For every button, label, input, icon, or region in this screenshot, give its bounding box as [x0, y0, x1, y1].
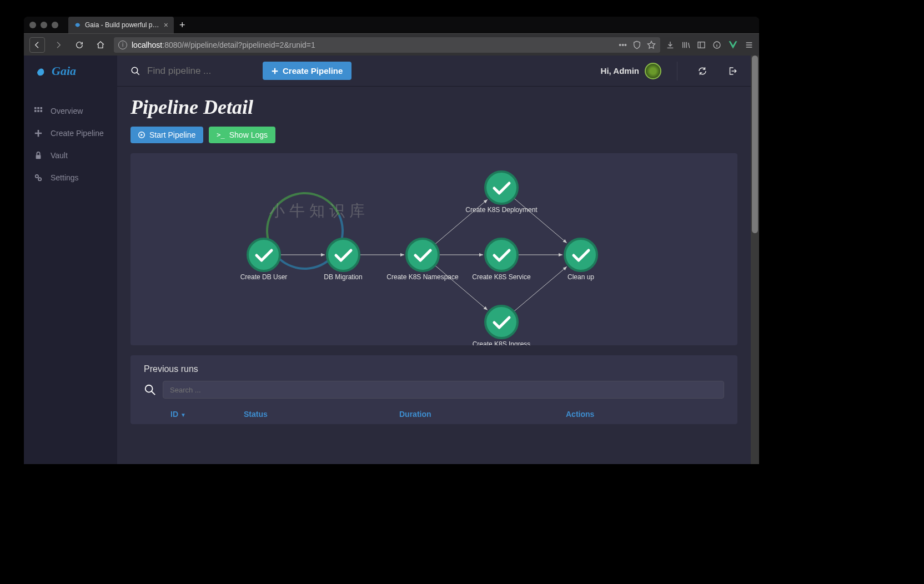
- forward-button[interactable]: [51, 37, 66, 53]
- graph-node[interactable]: DB Migration: [324, 239, 362, 281]
- runs-table-header: ID▼ Status Duration Actions: [144, 404, 724, 424]
- sidebar-item-create-pipeline[interactable]: Create Pipeline: [24, 122, 117, 144]
- user-greeting: Hi, Admin: [601, 66, 639, 75]
- graph-node[interactable]: Create DB User: [240, 239, 288, 281]
- svg-rect-10: [41, 110, 43, 112]
- window-controls[interactable]: [29, 22, 58, 28]
- graph-node[interactable]: Clean up: [565, 239, 597, 281]
- svg-rect-7: [41, 107, 43, 109]
- graph-node-label: DB Migration: [324, 273, 362, 281]
- button-label: Start Pipeline: [149, 130, 195, 139]
- create-pipeline-button[interactable]: Create Pipeline: [263, 62, 351, 80]
- app-root: Gaia Overview Create Pipeline Vault Set: [24, 56, 751, 464]
- scrollbar-thumb[interactable]: [752, 56, 758, 233]
- graph-node[interactable]: Create K8S Deployment: [465, 172, 538, 214]
- vue-devtools-icon[interactable]: [728, 40, 738, 50]
- sidebar-toggle-icon[interactable]: [697, 41, 706, 49]
- window-titlebar: Gaia - Build powerful pipelines × +: [24, 17, 759, 33]
- scrollbar-track[interactable]: [751, 56, 759, 464]
- search-icon: [130, 66, 140, 76]
- play-icon: [138, 132, 145, 138]
- svg-rect-0: [698, 42, 705, 48]
- button-label: Show Logs: [229, 130, 268, 139]
- plus-icon: [34, 129, 43, 137]
- logo-text: Gaia: [52, 64, 76, 78]
- svg-point-12: [36, 175, 38, 178]
- main: Create Pipeline Hi, Admin Pipeline Detai…: [117, 56, 751, 464]
- info-icon[interactable]: [712, 41, 721, 49]
- url-path: /#/pipeline/detail?pipelineid=2&runid=1: [182, 41, 315, 49]
- site-info-icon[interactable]: i: [118, 41, 127, 49]
- search-icon: [144, 384, 156, 396]
- grid-icon: [34, 107, 43, 115]
- refresh-icon[interactable]: [697, 66, 707, 76]
- graph-node-label: Create DB User: [240, 273, 288, 281]
- minimize-dot[interactable]: [41, 22, 47, 28]
- cogs-icon: [34, 174, 43, 182]
- pipeline-graph-panel[interactable]: 小牛知识库 Create DB UserDB MigrationCreate K…: [130, 153, 737, 345]
- topbar: Create Pipeline Hi, Admin: [117, 56, 751, 87]
- home-button[interactable]: [93, 37, 108, 53]
- svg-point-18: [327, 239, 359, 271]
- runs-col-status[interactable]: Status: [244, 410, 399, 419]
- logout-icon[interactable]: [727, 66, 737, 76]
- svg-rect-5: [34, 107, 37, 109]
- library-icon[interactable]: [681, 41, 690, 49]
- close-dot[interactable]: [29, 22, 36, 28]
- content: Pipeline Detail Start Pipeline >_ Show L…: [117, 87, 751, 464]
- page-title: Pipeline Detail: [130, 95, 737, 119]
- tab-favicon: [74, 21, 82, 29]
- graph-node-label: Clean up: [568, 273, 594, 281]
- terminal-icon: >_: [217, 131, 224, 139]
- start-pipeline-button[interactable]: Start Pipeline: [130, 127, 203, 143]
- svg-point-14: [132, 67, 138, 73]
- graph-node-label: Create K8S Deployment: [465, 206, 538, 214]
- graph-node[interactable]: Create K8S Service: [472, 239, 531, 281]
- graph-node[interactable]: Create K8S Namespace: [386, 239, 459, 281]
- graph-node-label: Create K8S Ingress: [473, 340, 531, 345]
- hamburger-menu-icon[interactable]: [745, 41, 754, 49]
- sidebar-item-overview[interactable]: Overview: [24, 100, 117, 122]
- back-button[interactable]: [29, 37, 45, 53]
- svg-rect-9: [37, 110, 39, 112]
- reload-button[interactable]: [72, 37, 87, 53]
- browser-window: Gaia - Build powerful pipelines × + i lo…: [24, 17, 759, 464]
- pipeline-graph[interactable]: Create DB UserDB MigrationCreate K8S Nam…: [130, 153, 737, 345]
- new-tab-button[interactable]: +: [179, 19, 185, 31]
- show-logs-button[interactable]: >_ Show Logs: [209, 127, 275, 143]
- runs-col-id[interactable]: ID▼: [144, 410, 244, 419]
- maximize-dot[interactable]: [52, 22, 58, 28]
- sidebar-menu: Overview Create Pipeline Vault Settings: [24, 100, 117, 189]
- graph-node[interactable]: Create K8S Ingress: [473, 306, 531, 345]
- browser-toolbar: i localhost:8080/#/pipeline/detail?pipel…: [24, 33, 759, 56]
- svg-point-21: [485, 239, 518, 271]
- lock-icon: [34, 152, 43, 159]
- runs-col-actions[interactable]: Actions: [566, 410, 724, 419]
- tab-close-icon[interactable]: ×: [164, 21, 168, 29]
- url-input[interactable]: i localhost:8080/#/pipeline/detail?pipel…: [114, 37, 660, 53]
- sort-desc-icon: ▼: [180, 412, 186, 418]
- svg-point-17: [248, 239, 280, 271]
- shield-icon[interactable]: [632, 41, 641, 49]
- previous-runs-title: Previous runs: [144, 364, 724, 374]
- download-icon[interactable]: [666, 41, 675, 49]
- search-input[interactable]: [147, 66, 247, 77]
- graph-edge: [435, 265, 488, 310]
- runs-search-input[interactable]: [163, 381, 724, 399]
- sidebar-item-vault[interactable]: Vault: [24, 144, 117, 167]
- url-host: localhost: [132, 41, 162, 49]
- graph-node-label: Create K8S Service: [472, 273, 531, 281]
- svg-point-19: [406, 239, 439, 271]
- avatar[interactable]: [645, 63, 661, 79]
- bookmark-star-icon[interactable]: [647, 41, 656, 49]
- logo[interactable]: Gaia: [24, 56, 117, 87]
- runs-col-duration[interactable]: Duration: [399, 410, 566, 419]
- previous-runs-panel: Previous runs ID▼ Status Duration Action…: [130, 355, 737, 424]
- browser-tab[interactable]: Gaia - Build powerful pipelines ×: [68, 17, 174, 33]
- svg-point-24: [145, 385, 153, 392]
- svg-point-22: [485, 306, 518, 338]
- url-port: :8080: [162, 41, 182, 49]
- sidebar-item-settings[interactable]: Settings: [24, 167, 117, 189]
- plus-icon: [272, 68, 278, 74]
- url-ellipsis-icon[interactable]: •••: [619, 41, 627, 49]
